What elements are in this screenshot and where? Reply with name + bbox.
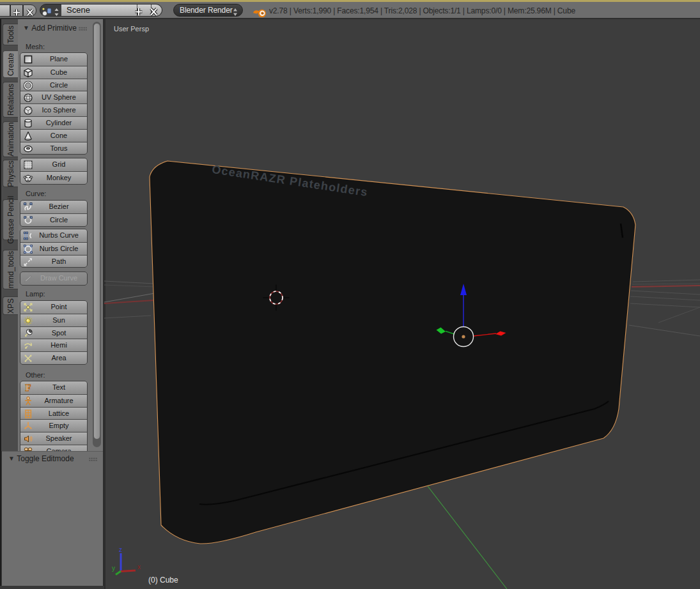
svg-text:z: z (119, 546, 122, 553)
svg-text:y: y (112, 565, 115, 572)
svg-text:x: x (137, 563, 141, 570)
svg-text:F: F (25, 383, 31, 393)
